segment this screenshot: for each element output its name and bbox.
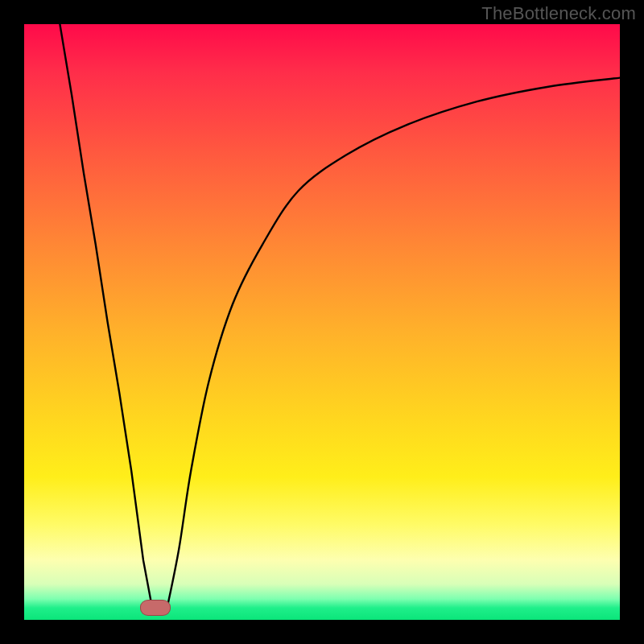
optimal-marker	[140, 600, 171, 616]
watermark-text: TheBottleneck.com	[481, 3, 636, 24]
curve-layer	[24, 24, 620, 620]
bottleneck-curve	[60, 24, 620, 608]
chart-frame: TheBottleneck.com	[0, 0, 644, 644]
plot-area	[24, 24, 620, 620]
